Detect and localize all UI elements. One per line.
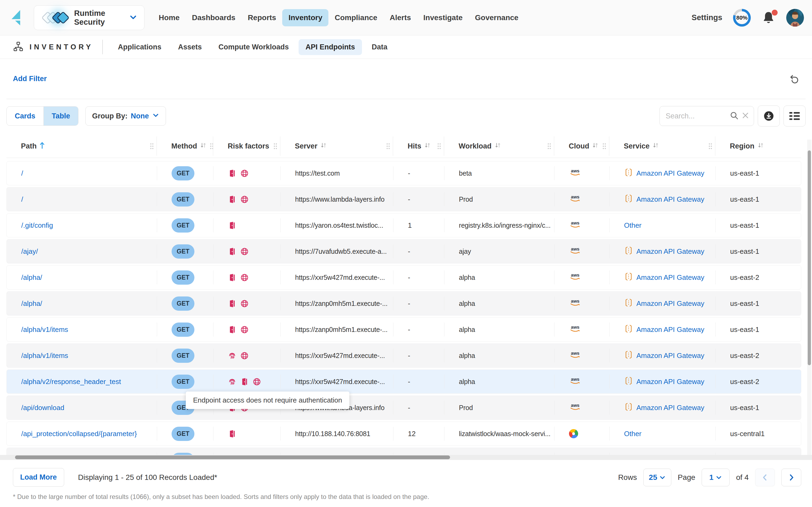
globe-icon[interactable]: [240, 351, 249, 360]
prisma-logo-icon[interactable]: [10, 9, 27, 26]
sort-icon[interactable]: [757, 142, 764, 151]
nav-item-investigate[interactable]: Investigate: [417, 9, 469, 26]
path-link[interactable]: /alpha/: [21, 299, 42, 308]
vertical-scrollbar-thumb[interactable]: [808, 150, 811, 365]
door-open-icon[interactable]: [228, 247, 236, 256]
drag-dots-icon[interactable]: [547, 143, 552, 150]
door-open-icon[interactable]: [228, 169, 236, 177]
nav-item-inventory[interactable]: Inventory: [282, 9, 329, 26]
path-link[interactable]: /alpha/v1/items: [21, 326, 68, 334]
column-header-hits[interactable]: Hits: [393, 134, 444, 158]
table-row[interactable]: /api_protection/collapsed/{parameter} GE…: [6, 421, 801, 446]
path-link[interactable]: /: [21, 169, 23, 177]
table-row[interactable]: /api/download GET https://www.lambda-lay…: [6, 396, 801, 420]
table-row[interactable]: /.git/config GET https://yaron.os4test.t…: [6, 213, 801, 237]
service-link[interactable]: Amazon API Gateway: [636, 326, 704, 334]
globe-icon[interactable]: [240, 326, 249, 334]
drag-dots-icon[interactable]: [708, 143, 713, 150]
credits-progress-ring[interactable]: 80%: [733, 9, 751, 26]
globe-icon[interactable]: [240, 169, 249, 177]
sort-icon[interactable]: [592, 142, 599, 151]
nav-item-compliance[interactable]: Compliance: [329, 9, 384, 26]
door-open-icon[interactable]: [228, 273, 236, 282]
page-select[interactable]: 1: [702, 468, 730, 486]
service-link[interactable]: Amazon API Gateway: [636, 351, 704, 360]
table-row[interactable]: /api_protection/collapsed/{parameter} GE…: [6, 448, 801, 455]
add-filter-button[interactable]: Add Filter: [13, 75, 47, 83]
table-row[interactable]: /alpha/v2/response_header_test GET https…: [6, 370, 801, 394]
fingerprint-icon[interactable]: [228, 378, 236, 386]
tab-applications[interactable]: Applications: [111, 39, 168, 55]
previous-page-button[interactable]: [755, 468, 775, 486]
column-header-risk-factors[interactable]: Risk factors: [213, 134, 280, 158]
path-link[interactable]: /: [21, 195, 23, 204]
path-link[interactable]: /alpha/v2/response_header_test: [21, 378, 121, 386]
drag-dots-icon[interactable]: [386, 143, 391, 150]
service-link[interactable]: Other: [624, 430, 641, 438]
column-header-workload[interactable]: Workload: [444, 134, 554, 158]
drag-dots-icon[interactable]: [602, 143, 606, 150]
service-link[interactable]: Amazon API Gateway: [636, 247, 704, 256]
horizontal-scrollbar-thumb[interactable]: [15, 455, 450, 459]
table-row[interactable]: / GET https://www.lambda-layers.info - P…: [6, 187, 801, 211]
sort-icon[interactable]: [495, 142, 501, 151]
path-link[interactable]: /ajay/: [21, 247, 38, 256]
table-row[interactable]: /ajay/ GET https://7uvafudwb5.execute-a.…: [6, 239, 801, 264]
nav-item-alerts[interactable]: Alerts: [384, 9, 417, 26]
reset-filters-icon[interactable]: [789, 74, 799, 84]
load-more-button[interactable]: Load More: [13, 468, 64, 487]
sort-icon[interactable]: [652, 142, 659, 151]
table-row[interactable]: /alpha/v1/items GET https://xxr5w427md.e…: [6, 343, 801, 368]
sort-icon[interactable]: [320, 142, 327, 151]
table-row[interactable]: / GET https://test.com - beta aws Amazon…: [6, 161, 801, 185]
vertical-scrollbar[interactable]: [807, 139, 811, 455]
search-input[interactable]: [665, 112, 727, 120]
service-link[interactable]: Amazon API Gateway: [636, 378, 704, 386]
rows-per-page-select[interactable]: 25: [643, 468, 671, 486]
path-link[interactable]: /.git/config: [21, 221, 53, 230]
column-header-server[interactable]: Server: [280, 134, 393, 158]
settings-button[interactable]: Settings: [692, 13, 722, 22]
sort-icon[interactable]: [424, 142, 431, 151]
door-open-icon[interactable]: [228, 299, 236, 308]
path-link[interactable]: /api/download: [21, 404, 64, 412]
service-link[interactable]: Amazon API Gateway: [636, 404, 704, 412]
next-page-button[interactable]: [781, 468, 801, 486]
service-link[interactable]: Amazon API Gateway: [636, 299, 704, 308]
path-link[interactable]: /alpha/v1/items: [21, 351, 68, 360]
tab-data[interactable]: Data: [365, 39, 395, 55]
download-button[interactable]: [758, 106, 780, 126]
service-link[interactable]: Amazon API Gateway: [636, 195, 704, 204]
service-link[interactable]: Amazon API Gateway: [636, 273, 704, 282]
door-open-icon[interactable]: [228, 326, 236, 334]
tab-api-endpoints[interactable]: API Endpoints: [299, 39, 362, 55]
column-header-service[interactable]: Service: [609, 134, 715, 158]
tab-compute-workloads[interactable]: Compute Workloads: [212, 39, 296, 55]
view-option-cards[interactable]: Cards: [7, 107, 44, 125]
column-header-method[interactable]: Method: [157, 134, 213, 158]
search-icon[interactable]: [730, 111, 739, 121]
drag-dots-icon[interactable]: [150, 143, 154, 150]
fingerprint-icon[interactable]: [228, 351, 236, 360]
globe-icon[interactable]: [240, 195, 249, 204]
horizontal-scrollbar[interactable]: [0, 455, 812, 460]
drag-dots-icon[interactable]: [273, 143, 278, 150]
table-row[interactable]: /alpha/ GET https://zanp0mh5m1.execute-.…: [6, 291, 801, 316]
door-open-icon[interactable]: [228, 221, 236, 230]
sort-asc-icon[interactable]: [40, 141, 45, 151]
nav-item-dashboards[interactable]: Dashboards: [186, 9, 242, 26]
tab-assets[interactable]: Assets: [171, 39, 209, 55]
clear-search-icon[interactable]: [741, 111, 749, 121]
column-header-cloud[interactable]: Cloud: [554, 134, 609, 158]
column-header-region[interactable]: Region: [715, 134, 801, 158]
door-open-icon[interactable]: [240, 378, 249, 386]
door-open-icon[interactable]: [228, 195, 236, 204]
service-link[interactable]: Amazon API Gateway: [636, 169, 704, 177]
table-row[interactable]: /alpha/ GET https://xxr5w427md.execute-.…: [6, 265, 801, 289]
user-avatar[interactable]: [786, 9, 804, 26]
path-link[interactable]: /api_protection/collapsed/{parameter}: [21, 430, 137, 438]
globe-icon[interactable]: [240, 299, 249, 308]
group-by-dropdown[interactable]: Group By: None: [85, 106, 166, 126]
service-link[interactable]: Other: [624, 221, 641, 230]
column-header-path[interactable]: Path: [6, 134, 157, 158]
